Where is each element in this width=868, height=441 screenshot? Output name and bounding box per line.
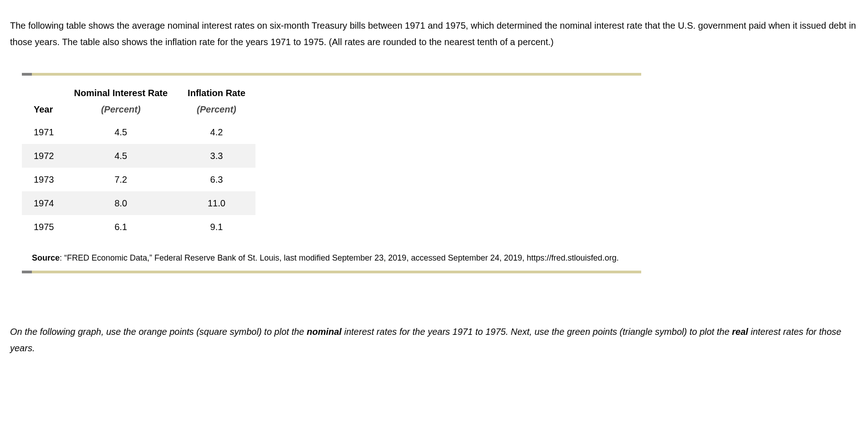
header-inflation-line2: (Percent) (188, 101, 245, 118)
cell-inflation: 4.2 (178, 120, 255, 144)
document-page: The following table shows the average no… (0, 0, 868, 374)
cell-nominal: 6.1 (64, 215, 178, 239)
table-header-row: Year Nominal Interest Rate (Percent) Inf… (22, 82, 255, 120)
bottom-divider-bar (22, 271, 641, 273)
top-divider-bar (22, 73, 641, 76)
header-year: Year (22, 82, 64, 120)
source-label: Source (32, 253, 60, 262)
table-row: 1971 4.5 4.2 (22, 120, 255, 144)
table-block: Year Nominal Interest Rate (Percent) Inf… (22, 73, 641, 273)
cell-year: 1973 (22, 168, 64, 191)
header-inflation-line1: Inflation Rate (188, 88, 245, 98)
rates-table: Year Nominal Interest Rate (Percent) Inf… (22, 82, 255, 239)
cell-year: 1971 (22, 120, 64, 144)
cell-year: 1972 (22, 144, 64, 168)
instr-bold-real: real (732, 327, 748, 337)
header-nominal-line1: Nominal Interest Rate (74, 88, 168, 98)
intro-paragraph: The following table shows the average no… (10, 17, 858, 50)
instr-bold-nominal: nominal (307, 327, 342, 337)
cell-year: 1975 (22, 215, 64, 239)
table-row: 1975 6.1 9.1 (22, 215, 255, 239)
instr-seg2: interest rates for the years 1971 to 197… (342, 327, 732, 337)
cell-inflation: 3.3 (178, 144, 255, 168)
cell-inflation: 6.3 (178, 168, 255, 191)
cell-inflation: 9.1 (178, 215, 255, 239)
header-inflation: Inflation Rate (Percent) (178, 82, 255, 120)
cell-inflation: 11.0 (178, 191, 255, 215)
cell-nominal: 7.2 (64, 168, 178, 191)
cell-nominal: 4.5 (64, 144, 178, 168)
instr-seg1: On the following graph, use the orange p… (10, 327, 307, 337)
source-text: : “FRED Economic Data,” Federal Reserve … (60, 253, 619, 262)
source-line: Source: “FRED Economic Data,” Federal Re… (22, 251, 641, 265)
cell-year: 1974 (22, 191, 64, 215)
instructions-paragraph: On the following graph, use the orange p… (10, 323, 858, 356)
table-row: 1974 8.0 11.0 (22, 191, 255, 215)
table-row: 1973 7.2 6.3 (22, 168, 255, 191)
cell-nominal: 8.0 (64, 191, 178, 215)
header-nominal: Nominal Interest Rate (Percent) (64, 82, 178, 120)
table-row: 1972 4.5 3.3 (22, 144, 255, 168)
cell-nominal: 4.5 (64, 120, 178, 144)
header-nominal-line2: (Percent) (74, 101, 168, 118)
